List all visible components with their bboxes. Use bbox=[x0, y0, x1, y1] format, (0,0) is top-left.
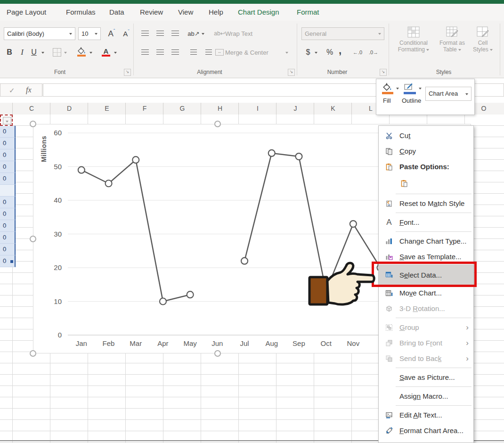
align-right-button[interactable] bbox=[170, 46, 181, 58]
fill-color-button[interactable] bbox=[75, 46, 88, 58]
tab-review[interactable]: Review bbox=[140, 4, 163, 21]
alignment-dialog-launcher[interactable]: ↘ bbox=[288, 69, 295, 76]
align-bottom-button[interactable] bbox=[170, 27, 181, 40]
currency-menu-chevron[interactable] bbox=[315, 52, 317, 54]
outline-menu-chevron[interactable] bbox=[419, 88, 422, 90]
increase-decimal-button[interactable]: ←.0 bbox=[350, 46, 365, 58]
selected-cell[interactable]: 0 bbox=[0, 220, 16, 232]
merge-center-button[interactable]: Merge & Center bbox=[225, 49, 268, 56]
align-middle-button[interactable] bbox=[154, 27, 166, 40]
menu-item-paste-variant[interactable] bbox=[379, 174, 473, 192]
selected-cell[interactable]: 0 bbox=[0, 208, 16, 220]
cell-styles-button[interactable]: CellStyles bbox=[467, 26, 498, 53]
orientation-button[interactable]: ab↗ bbox=[187, 27, 200, 40]
merge-center-chevron[interactable] bbox=[285, 52, 288, 54]
menu-item-font[interactable]: AFont... bbox=[379, 214, 473, 230]
conditional-formatting-icon bbox=[407, 26, 420, 38]
menu-item-move-chart[interactable]: Move Chart... bbox=[379, 285, 473, 301]
font-size-combo[interactable]: 10 bbox=[78, 27, 101, 40]
percent-format-button[interactable]: % bbox=[324, 46, 335, 58]
menu-item-reset-to-match-style[interactable]: Reset to Match Style bbox=[379, 196, 473, 211]
menu-item-edit-alt-text[interactable]: Edit Alt Text... bbox=[379, 407, 473, 423]
align-center-button[interactable] bbox=[154, 46, 166, 58]
tab-data[interactable]: Data bbox=[109, 4, 124, 21]
comma-format-button[interactable]: , bbox=[336, 44, 344, 57]
selected-cell[interactable]: 0 bbox=[0, 244, 16, 255]
font-color-menu-chevron[interactable] bbox=[114, 52, 117, 54]
column-header-F[interactable]: F bbox=[126, 103, 163, 115]
align-top-button[interactable] bbox=[139, 27, 151, 40]
currency-format-button[interactable]: $ bbox=[303, 46, 313, 58]
tab-view[interactable]: View bbox=[178, 4, 193, 21]
selected-cell[interactable]: 0 bbox=[0, 126, 16, 138]
tab-chart-design[interactable]: Chart Design bbox=[238, 4, 279, 21]
decrease-indent-button[interactable] bbox=[187, 46, 200, 58]
chevron-down-icon bbox=[490, 49, 493, 51]
chart-resize-handle-top-left[interactable] bbox=[30, 121, 36, 127]
bold-button[interactable]: B bbox=[4, 46, 15, 58]
selected-cell[interactable]: 0 bbox=[0, 255, 16, 267]
column-header-J[interactable]: J bbox=[276, 103, 314, 115]
column-header-E[interactable]: E bbox=[88, 103, 126, 115]
outline-button[interactable] bbox=[404, 83, 416, 94]
svg-text:Feb: Feb bbox=[103, 339, 115, 347]
number-format-combo[interactable]: General bbox=[301, 27, 384, 40]
tab-help[interactable]: Help bbox=[209, 4, 223, 21]
align-left-button[interactable] bbox=[139, 46, 151, 58]
format-as-table-button[interactable]: Format asTable bbox=[434, 26, 470, 53]
fill-color-menu-chevron[interactable] bbox=[89, 52, 92, 54]
chart-element-selector[interactable]: Chart Area bbox=[425, 87, 471, 101]
font-name-combo[interactable]: Calibri (Body) bbox=[4, 27, 75, 40]
column-header-I[interactable]: I bbox=[239, 103, 276, 115]
underline-menu-chevron[interactable] bbox=[41, 52, 44, 54]
filter-dropdown-button[interactable] bbox=[3, 117, 11, 124]
selected-cell[interactable]: 0 bbox=[0, 173, 16, 185]
increase-indent-button[interactable] bbox=[203, 46, 215, 58]
increase-font-size-button[interactable]: Aˆ bbox=[105, 27, 119, 40]
tab-format[interactable]: Format bbox=[297, 4, 319, 21]
tab-page-layout[interactable]: Page Layout bbox=[7, 4, 46, 21]
menu-item-cut[interactable]: Cut bbox=[379, 128, 473, 143]
orientation-menu-chevron[interactable] bbox=[202, 33, 204, 35]
tab-formulas[interactable]: Formulas bbox=[66, 4, 96, 21]
submenu-arrow-icon: › bbox=[466, 338, 469, 348]
selected-cell[interactable]: 0 bbox=[0, 161, 16, 173]
selected-cell[interactable]: 0 bbox=[0, 138, 16, 149]
enter-check-icon[interactable]: ✓ bbox=[9, 86, 15, 95]
selected-cell[interactable]: 0 bbox=[0, 149, 16, 161]
menu-item-format-chart-area[interactable]: Format Chart Area... bbox=[379, 423, 473, 438]
selected-cell[interactable]: 0 bbox=[0, 197, 16, 208]
fill-menu-chevron[interactable] bbox=[396, 88, 399, 90]
font-color-button[interactable]: A bbox=[100, 46, 112, 58]
chart-resize-handle-bottom-center[interactable] bbox=[214, 350, 221, 357]
menu-item-save-as-picture[interactable]: Save as Picture... bbox=[379, 369, 473, 385]
fill-button[interactable] bbox=[382, 83, 393, 94]
decrease-font-size-button[interactable]: Aˇ bbox=[120, 27, 133, 40]
column-header-H[interactable]: H bbox=[201, 103, 239, 115]
italic-button[interactable]: I bbox=[17, 46, 27, 58]
wrap-text-button[interactable]: Wrap Text bbox=[225, 30, 252, 37]
selected-cell[interactable] bbox=[0, 185, 16, 197]
selected-cell[interactable]: 0 bbox=[0, 232, 16, 244]
font-dialog-launcher[interactable]: ↘ bbox=[124, 69, 131, 76]
selection-fill-handle[interactable] bbox=[10, 260, 13, 263]
number-dialog-launcher[interactable]: ↘ bbox=[380, 69, 387, 76]
menu-item-paste-options[interactable]: Paste Options: bbox=[379, 159, 473, 174]
decrease-decimal-button[interactable]: .0→ bbox=[366, 46, 381, 58]
borders-menu-chevron[interactable] bbox=[64, 52, 67, 54]
underline-button[interactable]: U bbox=[28, 46, 40, 58]
chart-resize-handle-left-middle[interactable] bbox=[30, 236, 36, 242]
conditional-formatting-button[interactable]: ConditionalFormatting bbox=[396, 26, 431, 53]
column-header-C[interactable]: C bbox=[13, 103, 50, 115]
menu-item-assign-macro[interactable]: Assign Macro... bbox=[379, 388, 473, 404]
column-header-G[interactable]: G bbox=[163, 103, 201, 115]
chart-resize-handle-top-center[interactable] bbox=[214, 121, 221, 127]
menu-item-copy[interactable]: Copy bbox=[379, 143, 473, 159]
menu-item-change-chart-type[interactable]: Change Chart Type... bbox=[379, 233, 473, 249]
borders-button[interactable] bbox=[52, 47, 62, 57]
chart-resize-handle-bottom-left[interactable] bbox=[30, 350, 36, 357]
fx-icon[interactable]: fx bbox=[26, 86, 32, 94]
column-header-D[interactable]: D bbox=[50, 103, 88, 115]
column-header-K[interactable]: K bbox=[314, 103, 352, 115]
font-size-value: 10 bbox=[81, 30, 88, 37]
